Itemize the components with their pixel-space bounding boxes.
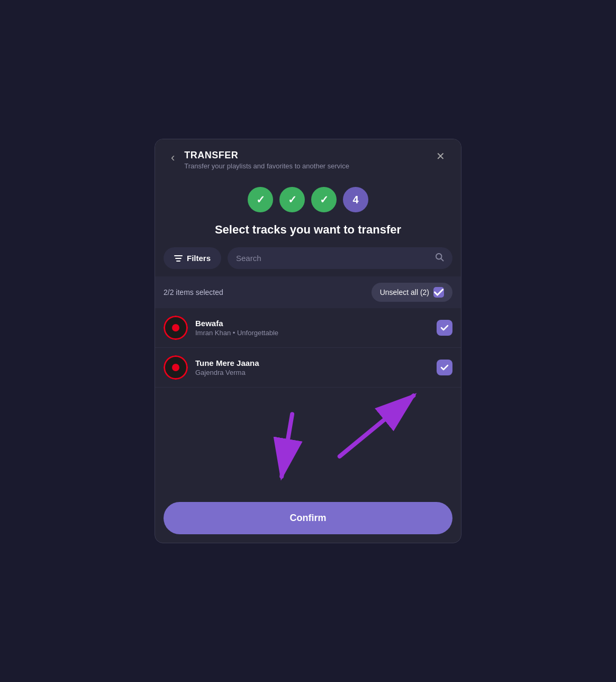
track-name: Tune Mere Jaana [195, 358, 429, 367]
track-item: Bewafa Imran Khan • Unforgettable [155, 308, 461, 348]
track-checkbox[interactable] [437, 320, 452, 336]
thumb-inner [172, 364, 179, 371]
track-thumbnail [164, 316, 188, 340]
filter-icon [174, 255, 183, 262]
svg-line-5 [282, 414, 292, 477]
search-box [228, 247, 452, 269]
modal-subtitle: Transfer your playlists and favorites to… [184, 162, 427, 170]
back-button[interactable]: ‹ [168, 151, 178, 165]
step-4-active: 4 [343, 187, 368, 212]
track-thumbnail [164, 355, 188, 380]
modal-header: ‹ TRANSFER Transfer your playlists and f… [155, 139, 461, 178]
filters-label: Filters [187, 254, 211, 263]
svg-line-1 [441, 258, 443, 261]
unselect-check-icon [433, 287, 444, 298]
search-input[interactable] [236, 247, 429, 269]
confirm-button[interactable]: Confirm [164, 502, 452, 534]
track-meta: Imran Khan • Unforgettable [195, 329, 429, 337]
arrows-svg [155, 388, 461, 493]
section-title: Select tracks you want to transfer [155, 218, 461, 247]
filters-button[interactable]: Filters [164, 247, 221, 269]
thumb-inner [172, 324, 179, 331]
track-info: Bewafa Imran Khan • Unforgettable [195, 319, 429, 337]
controls-row: Filters [155, 247, 461, 276]
selection-bar: 2/2 items selected Unselect all (2) [155, 276, 461, 308]
unselect-label: Unselect all (2) [380, 288, 429, 297]
header-text: TRANSFER Transfer your playlists and fav… [184, 150, 427, 170]
annotation-arrows [155, 388, 461, 493]
selection-count: 2/2 items selected [164, 288, 223, 297]
track-name: Bewafa [195, 319, 429, 328]
track-checkbox[interactable] [437, 360, 452, 375]
track-item: Tune Mere Jaana Gajendra Verma [155, 348, 461, 388]
unselect-all-button[interactable]: Unselect all (2) [372, 283, 452, 302]
close-button[interactable]: ✕ [433, 150, 448, 163]
steps-row: ✓ ✓ ✓ 4 [155, 178, 461, 218]
track-list: Bewafa Imran Khan • Unforgettable Tune M… [155, 308, 461, 388]
modal-title: TRANSFER [184, 150, 427, 161]
step-3: ✓ [311, 187, 337, 212]
transfer-modal: ‹ TRANSFER Transfer your playlists and f… [155, 139, 461, 543]
search-icon [434, 252, 444, 264]
svg-line-4 [340, 396, 414, 456]
track-info: Tune Mere Jaana Gajendra Verma [195, 358, 429, 376]
step-2: ✓ [279, 187, 305, 212]
step-1: ✓ [248, 187, 273, 212]
track-meta: Gajendra Verma [195, 369, 429, 376]
